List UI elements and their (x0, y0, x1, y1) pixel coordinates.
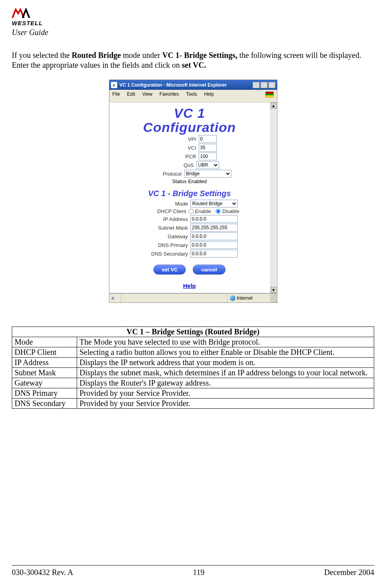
config-title-2: Configuration (112, 121, 268, 135)
menu-favorites[interactable]: Favorites (159, 91, 179, 98)
protocol-select[interactable]: Bridge (184, 170, 231, 178)
dns1-label: DNS Primary (142, 242, 188, 248)
status-row: Status Enabled (112, 178, 268, 184)
window-buttons: _ □ × (253, 82, 275, 88)
mode-select[interactable]: Routed Bridge (190, 200, 238, 208)
ip-label: IP Address (142, 216, 188, 222)
gateway-input[interactable] (190, 232, 238, 240)
dhcp-label: DHCP Client (140, 208, 186, 214)
table-row: ModeThe Mode you have selected to use wi… (12, 337, 374, 347)
table-row: GatewayDisplays the Router's IP gateway … (12, 378, 374, 388)
ip-input[interactable] (190, 215, 238, 223)
content-area: ▲ ▼ VC 1 Configuration VPI VCI PCR QoS U… (109, 102, 277, 293)
browser-window: e VC 1 Configuration - Microsoft Interne… (109, 80, 277, 303)
vpi-input[interactable] (199, 135, 217, 143)
dns2-input[interactable] (190, 250, 238, 258)
settings-table: VC 1 – Bridge Settings (Routed Bridge) M… (12, 326, 374, 409)
status-zone: Internet (227, 294, 271, 302)
scroll-up-button[interactable]: ▲ (271, 102, 277, 109)
menu-file[interactable]: File (113, 91, 120, 98)
westell-logo-icon (12, 8, 31, 19)
page-footer: 030-300432 Rev. A 119 December 2004 (12, 565, 374, 577)
resize-grip-icon[interactable] (271, 294, 277, 302)
qos-select[interactable]: UBR (196, 161, 219, 169)
titlebar: e VC 1 Configuration - Microsoft Interne… (109, 80, 277, 90)
pcr-label: PCR (163, 154, 196, 160)
protocol-label: Protocol (148, 171, 182, 177)
dhcp-disable-text: Disable (222, 208, 239, 214)
maximize-button[interactable]: □ (260, 82, 268, 88)
mask-input[interactable] (190, 224, 238, 232)
gateway-label: Gateway (142, 234, 188, 239)
pcr-input[interactable] (199, 152, 217, 160)
table-caption: VC 1 – Bridge Settings (Routed Bridge) (12, 327, 374, 337)
qos-label: QoS (160, 162, 194, 168)
status-empty (121, 294, 227, 302)
table-row: IP AddressDisplays the IP network addres… (12, 358, 374, 368)
mode-label: Mode (142, 201, 188, 207)
scroll-down-button[interactable]: ▼ (271, 287, 277, 293)
dhcp-enable-text: Enable (195, 208, 211, 214)
config-title-1: VC 1 (112, 106, 268, 121)
user-guide-label: User Guide (12, 28, 374, 37)
menubar: File Edit View Favorites Tools Help (109, 90, 277, 99)
minimize-button[interactable]: _ (253, 82, 260, 88)
menu-view[interactable]: View (142, 91, 153, 98)
intro-paragraph: If you selected the Routed Bridge mode u… (12, 50, 374, 70)
footer-right: December 2004 (324, 568, 374, 577)
brand-text: WESTELL (12, 20, 67, 26)
toolbar-divider (109, 99, 277, 102)
set-vc-button[interactable]: set VC (153, 265, 186, 275)
cancel-button[interactable]: cancel (193, 265, 225, 275)
table-row: DNS PrimaryProvided by your Service Prov… (12, 388, 374, 399)
footer-center: 119 (193, 568, 204, 577)
logo-block: WESTELL (12, 8, 67, 26)
globe-icon (230, 295, 235, 301)
vertical-scrollbar[interactable]: ▲ ▼ (270, 102, 277, 293)
help-link[interactable]: Help (112, 282, 268, 289)
menu-edit[interactable]: Edit (127, 91, 135, 98)
statusbar: e Internet (109, 293, 277, 303)
dhcp-disable-radio[interactable] (216, 209, 221, 214)
windows-flag-icon (265, 91, 274, 98)
footer-left: 030-300432 Rev. A (12, 568, 73, 577)
vci-label: VCI (163, 145, 196, 151)
table-row: DNS SecondaryProvided by your Service Pr… (12, 399, 374, 409)
menu-tools[interactable]: Tools (186, 91, 197, 98)
menu-help[interactable]: Help (204, 91, 214, 98)
dns2-label: DNS Secondary (142, 251, 188, 257)
page-header: WESTELL User Guide (12, 8, 374, 37)
table-row: Subnet MaskDisplays the subnet mask, whi… (12, 368, 374, 378)
dns1-input[interactable] (190, 241, 238, 249)
close-button[interactable]: × (268, 82, 275, 88)
dhcp-enable-radio[interactable] (188, 209, 194, 214)
window-title: VC 1 Configuration - Microsoft Internet … (120, 82, 253, 88)
vci-input[interactable] (199, 144, 217, 152)
status-ie-icon: e (109, 294, 121, 302)
mask-label: Subnet Mask (142, 225, 188, 231)
ie-icon: e (111, 82, 117, 88)
vpi-label: VPI (163, 136, 196, 142)
bridge-settings-title: VC 1 - Bridge Settings (112, 189, 268, 198)
table-row: DHCP ClientSelecting a radio button allo… (12, 347, 374, 358)
